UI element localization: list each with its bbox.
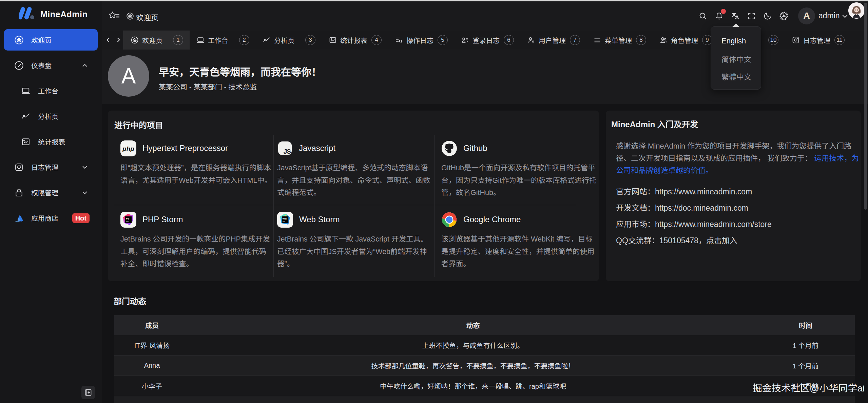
svg-text:php: php: [122, 145, 134, 152]
svg-text:WS: WS: [283, 217, 287, 220]
svg-text:JS: JS: [284, 148, 291, 155]
svg-text:PS: PS: [126, 217, 130, 220]
